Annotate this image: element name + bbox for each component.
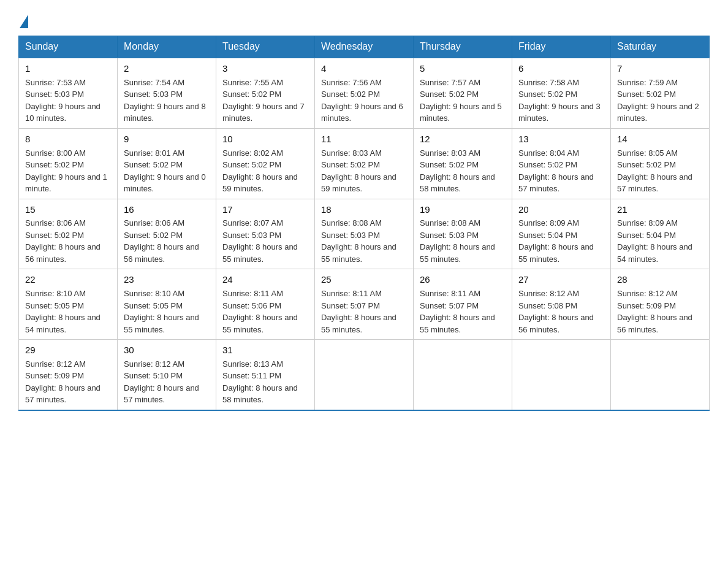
day-cell: 24Sunrise: 8:11 AMSunset: 5:06 PMDayligh… (216, 269, 315, 340)
day-cell (611, 340, 710, 410)
day-number: 25 (321, 273, 407, 286)
day-number: 23 (124, 273, 210, 286)
week-row-5: 29Sunrise: 8:12 AMSunset: 5:09 PMDayligh… (19, 340, 710, 410)
day-cell: 19Sunrise: 8:08 AMSunset: 5:03 PMDayligh… (414, 199, 512, 269)
day-cell: 3Sunrise: 7:55 AMSunset: 5:02 PMDaylight… (216, 58, 315, 128)
day-number: 4 (321, 62, 407, 75)
header-cell-monday: Monday (118, 36, 216, 58)
week-row-4: 22Sunrise: 8:10 AMSunset: 5:05 PMDayligh… (19, 269, 710, 340)
day-cell: 23Sunrise: 8:10 AMSunset: 5:05 PMDayligh… (118, 269, 216, 340)
day-info: Sunrise: 8:12 AMSunset: 5:10 PMDaylight:… (124, 358, 210, 406)
day-cell: 12Sunrise: 8:03 AMSunset: 5:02 PMDayligh… (414, 128, 512, 199)
day-info: Sunrise: 8:09 AMSunset: 5:04 PMDaylight:… (617, 217, 703, 265)
day-cell: 15Sunrise: 8:06 AMSunset: 5:02 PMDayligh… (19, 199, 118, 269)
day-number: 31 (222, 343, 308, 357)
day-info: Sunrise: 8:08 AMSunset: 5:03 PMDaylight:… (321, 217, 407, 265)
day-cell: 1Sunrise: 7:53 AMSunset: 5:03 PMDaylight… (19, 58, 118, 128)
day-number: 30 (124, 343, 210, 357)
day-number: 13 (518, 132, 604, 146)
day-info: Sunrise: 7:57 AMSunset: 5:02 PMDaylight:… (420, 77, 506, 124)
day-cell: 28Sunrise: 8:12 AMSunset: 5:09 PMDayligh… (611, 269, 710, 340)
day-info: Sunrise: 8:06 AMSunset: 5:02 PMDaylight:… (25, 217, 111, 265)
day-cell: 2Sunrise: 7:54 AMSunset: 5:03 PMDaylight… (118, 58, 216, 128)
calendar-body: 1Sunrise: 7:53 AMSunset: 5:03 PMDaylight… (19, 58, 710, 410)
day-info: Sunrise: 8:00 AMSunset: 5:02 PMDaylight:… (25, 147, 111, 195)
day-number: 15 (25, 203, 111, 216)
day-number: 22 (25, 273, 111, 286)
header-cell-tuesday: Tuesday (216, 36, 315, 58)
day-info: Sunrise: 8:12 AMSunset: 5:09 PMDaylight:… (617, 288, 703, 335)
day-number: 2 (124, 62, 210, 75)
day-cell (512, 340, 611, 410)
page-header (18, 12, 710, 23)
day-info: Sunrise: 7:59 AMSunset: 5:02 PMDaylight:… (617, 77, 703, 124)
logo (18, 12, 28, 23)
day-number: 14 (617, 132, 703, 146)
day-info: Sunrise: 8:07 AMSunset: 5:03 PMDaylight:… (222, 217, 308, 265)
calendar-table: SundayMondayTuesdayWednesdayThursdayFrid… (18, 36, 710, 411)
day-info: Sunrise: 8:11 AMSunset: 5:07 PMDaylight:… (420, 288, 506, 335)
header-cell-wednesday: Wednesday (315, 36, 414, 58)
day-info: Sunrise: 8:08 AMSunset: 5:03 PMDaylight:… (420, 217, 506, 265)
day-cell: 29Sunrise: 8:12 AMSunset: 5:09 PMDayligh… (19, 340, 118, 410)
day-info: Sunrise: 7:54 AMSunset: 5:03 PMDaylight:… (124, 77, 210, 124)
day-cell: 30Sunrise: 8:12 AMSunset: 5:10 PMDayligh… (118, 340, 216, 410)
day-cell: 16Sunrise: 8:06 AMSunset: 5:02 PMDayligh… (118, 199, 216, 269)
day-info: Sunrise: 8:12 AMSunset: 5:08 PMDaylight:… (518, 288, 604, 335)
day-cell: 13Sunrise: 8:04 AMSunset: 5:02 PMDayligh… (512, 128, 611, 199)
day-info: Sunrise: 8:11 AMSunset: 5:06 PMDaylight:… (222, 288, 308, 335)
header-cell-saturday: Saturday (611, 36, 710, 58)
day-number: 5 (420, 62, 506, 75)
day-number: 1 (25, 62, 111, 75)
day-number: 24 (222, 273, 308, 286)
day-cell: 31Sunrise: 8:13 AMSunset: 5:11 PMDayligh… (216, 340, 315, 410)
day-info: Sunrise: 8:13 AMSunset: 5:11 PMDaylight:… (222, 358, 308, 406)
week-row-1: 1Sunrise: 7:53 AMSunset: 5:03 PMDaylight… (19, 58, 710, 128)
day-cell: 4Sunrise: 7:56 AMSunset: 5:02 PMDaylight… (315, 58, 414, 128)
logo-triangle-icon (20, 15, 28, 28)
day-number: 10 (222, 132, 308, 146)
day-number: 6 (518, 62, 604, 75)
day-cell: 6Sunrise: 7:58 AMSunset: 5:02 PMDaylight… (512, 58, 611, 128)
day-cell: 27Sunrise: 8:12 AMSunset: 5:08 PMDayligh… (512, 269, 611, 340)
day-info: Sunrise: 8:01 AMSunset: 5:02 PMDaylight:… (124, 147, 210, 195)
day-info: Sunrise: 8:03 AMSunset: 5:02 PMDaylight:… (321, 147, 407, 195)
day-number: 16 (124, 203, 210, 216)
day-number: 8 (25, 132, 111, 146)
day-cell (315, 340, 414, 410)
day-info: Sunrise: 8:09 AMSunset: 5:04 PMDaylight:… (518, 217, 604, 265)
day-number: 3 (222, 62, 308, 75)
day-cell: 22Sunrise: 8:10 AMSunset: 5:05 PMDayligh… (19, 269, 118, 340)
day-cell: 20Sunrise: 8:09 AMSunset: 5:04 PMDayligh… (512, 199, 611, 269)
day-number: 28 (617, 273, 703, 286)
day-number: 26 (420, 273, 506, 286)
header-row: SundayMondayTuesdayWednesdayThursdayFrid… (19, 36, 710, 58)
day-cell: 14Sunrise: 8:05 AMSunset: 5:02 PMDayligh… (611, 128, 710, 199)
day-info: Sunrise: 7:53 AMSunset: 5:03 PMDaylight:… (25, 77, 111, 124)
day-info: Sunrise: 8:06 AMSunset: 5:02 PMDaylight:… (124, 217, 210, 265)
day-number: 20 (518, 203, 604, 216)
day-info: Sunrise: 7:55 AMSunset: 5:02 PMDaylight:… (222, 77, 308, 124)
day-info: Sunrise: 8:03 AMSunset: 5:02 PMDaylight:… (420, 147, 506, 195)
day-info: Sunrise: 7:58 AMSunset: 5:02 PMDaylight:… (518, 77, 604, 124)
day-cell: 8Sunrise: 8:00 AMSunset: 5:02 PMDaylight… (19, 128, 118, 199)
day-info: Sunrise: 8:04 AMSunset: 5:02 PMDaylight:… (518, 147, 604, 195)
day-cell: 18Sunrise: 8:08 AMSunset: 5:03 PMDayligh… (315, 199, 414, 269)
day-number: 21 (617, 203, 703, 216)
day-cell: 25Sunrise: 8:11 AMSunset: 5:07 PMDayligh… (315, 269, 414, 340)
day-number: 17 (222, 203, 308, 216)
day-cell (414, 340, 512, 410)
day-info: Sunrise: 8:10 AMSunset: 5:05 PMDaylight:… (25, 288, 111, 335)
day-info: Sunrise: 8:11 AMSunset: 5:07 PMDaylight:… (321, 288, 407, 335)
day-cell: 5Sunrise: 7:57 AMSunset: 5:02 PMDaylight… (414, 58, 512, 128)
day-number: 9 (124, 132, 210, 146)
day-number: 18 (321, 203, 407, 216)
day-info: Sunrise: 8:12 AMSunset: 5:09 PMDaylight:… (25, 358, 111, 406)
day-info: Sunrise: 8:05 AMSunset: 5:02 PMDaylight:… (617, 147, 703, 195)
day-info: Sunrise: 8:10 AMSunset: 5:05 PMDaylight:… (124, 288, 210, 335)
day-number: 11 (321, 132, 407, 146)
header-cell-sunday: Sunday (19, 36, 118, 58)
day-number: 29 (25, 343, 111, 357)
day-number: 27 (518, 273, 604, 286)
header-cell-thursday: Thursday (414, 36, 512, 58)
